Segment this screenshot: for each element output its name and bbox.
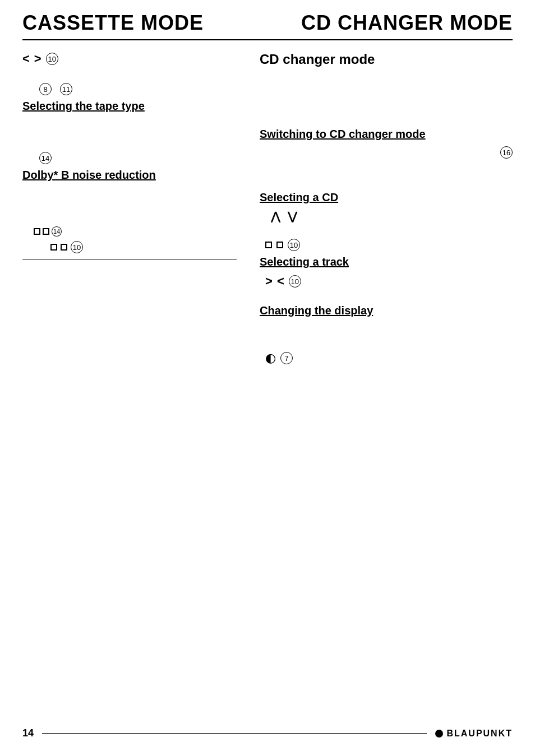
brand-name: BLAUPUNKT [446,729,513,739]
circled-14-ff: 14 [52,226,62,236]
cd-changer-mode-title: CD CHANGER MODE [301,11,513,35]
circled-10-left: 10 [46,53,58,65]
selecting-cd-heading: Selecting a CD [260,191,513,204]
page-number: 14 [22,727,34,739]
tape-type-section: 8 11 Selecting the tape type [22,83,237,113]
track-nav-symbols: > < 10 [260,274,513,289]
tape-type-numbers: 8 11 [22,83,237,95]
circled-11: 11 [60,83,72,95]
clock-row: ◐ 7 [260,351,513,365]
dolby-section: 14 Dolby* B noise reduction [22,152,237,182]
track-sq-2 [276,242,283,248]
cd-mode-intro: CD changer mode [260,52,513,67]
track-right-bracket: > [265,274,273,289]
circled-14-dolby: 14 [39,152,52,164]
circled-7: 7 [280,352,293,364]
cd-arrow-symbols: ⋀ ⋁ [265,210,297,223]
circled-10-ff: 10 [71,241,83,253]
circled-8: 8 [39,83,52,95]
right-bracket: > [34,52,41,66]
selecting-tape-type-heading: Selecting the tape type [22,100,237,113]
page-container: CASSETTE MODE CD CHANGER MODE < > 10 8 1… [0,0,535,756]
section-divider [22,259,237,259]
switching-section: Switching to CD changer mode 16 [260,128,513,159]
dolby-heading: Dolby* B noise reduction [22,169,237,182]
cd-changer-heading: CD changer mode [260,52,513,67]
right-column: CD changer mode Switching to CD changer … [248,52,513,381]
left-bracket: < [22,52,30,66]
selecting-track-section: 10 Selecting a track > < 10 [260,239,513,289]
clock-icon: ◐ [265,351,276,365]
switching-number: 16 [260,146,513,159]
tape-nav-section: < > 10 [22,52,237,66]
selecting-track-heading: Selecting a track [260,256,513,268]
cd-arrow-up: ⋀ [271,210,280,223]
selecting-cd-section: Selecting a CD ⋀ ⋁ [260,191,513,223]
brand-dot [435,730,443,738]
cassette-ff-symbols: 14 [22,226,237,236]
footer-line [42,733,427,734]
circled-10-track: 10 [289,275,301,287]
changing-display-section: Changing the display ◐ 7 [260,304,513,365]
brand: BLAUPUNKT [435,729,513,739]
dolby-number: 14 [22,152,237,164]
circled-16: 16 [500,146,513,159]
cass-sq-4 [61,244,67,251]
content-area: < > 10 8 11 Selecting the tape type 14 [22,52,513,381]
cass-sq-3 [50,244,57,251]
switching-heading: Switching to CD changer mode [260,128,513,141]
changing-display-heading: Changing the display [260,304,513,317]
left-column: < > 10 8 11 Selecting the tape type 14 [22,52,248,381]
header-row: CASSETTE MODE CD CHANGER MODE [22,11,513,40]
track-cd-symbols: 10 [260,239,513,251]
cassette-ff-section: 14 10 [22,226,237,259]
track-sq-1 [265,242,272,248]
circled-10-track-cd: 10 [288,239,300,251]
cd-arrow-down: ⋁ [288,210,297,223]
track-left-bracket: < [277,274,284,289]
tape-nav-symbols: < > 10 [22,52,237,66]
cassette-mode-title: CASSETTE MODE [22,11,204,35]
selecting-cd-controls: ⋀ ⋁ [260,210,513,223]
cassette-ff-row2: 10 [22,241,237,253]
footer: 14 BLAUPUNKT [22,727,513,739]
cass-sq-1 [34,228,40,235]
cass-sq-2 [43,228,49,235]
